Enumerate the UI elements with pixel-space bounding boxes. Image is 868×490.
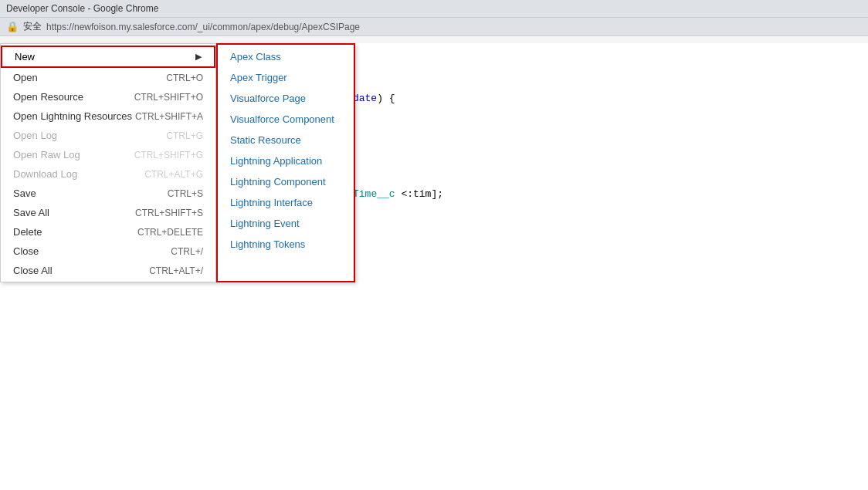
new-static-resource[interactable]: Static Resource [218,130,354,150]
menu-item-download-log-shortcut: CTRL+ALT+G [144,169,203,180]
menu-item-open-raw-log[interactable]: Open Raw Log CTRL+SHIFT+G [1,145,215,164]
menu-item-download-log[interactable]: Download Log CTRL+ALT+G [1,164,215,184]
menu-item-delete-label: Delete [13,226,42,238]
menu-item-open-resource[interactable]: Open Resource CTRL+SHIFT+O [1,87,215,106]
lock-icon: 🔒 [6,21,19,32]
menu-item-open-log-label: Open Log [13,130,57,141]
menu-item-save-label: Save [13,188,36,199]
menu-item-open-resource-label: Open Resource [13,91,83,103]
menu-item-open-raw-log-label: Open Raw Log [13,149,80,161]
new-lightning-tokens[interactable]: Lightning Tokens [218,234,354,255]
menu-item-new-label: New [15,51,35,63]
menu-item-save-all-shortcut: CTRL+SHIFT+S [135,208,203,218]
new-lightning-event[interactable]: Lightning Event [218,213,354,234]
menu-item-close-all-label: Close All [13,265,53,276]
new-visualforce-component[interactable]: Visualforce Component [218,109,354,130]
menu-item-save-all[interactable]: Save All CTRL+SHIFT+S [1,203,215,222]
menu-item-close-all[interactable]: Close All CTRL+ALT+/ [1,261,215,280]
submenu-arrow-icon: ▶ [195,52,202,62]
menu-item-open-label: Open [13,72,38,83]
dropdown-overlay: New ▶ Open CTRL+O Open Resource CTRL+SHI… [0,43,355,282]
menu-item-open-lightning-label: Open Lightning Resources [13,110,132,122]
new-apex-class[interactable]: Apex Class [218,46,354,67]
url-text: https://newfoison.my.salesforce.com/_ui/… [46,22,360,32]
menu-item-close-all-shortcut: CTRL+ALT+/ [149,265,203,276]
url-bar[interactable]: https://newfoison.my.salesforce.com/_ui/… [46,21,360,32]
menu-item-open-log[interactable]: Open Log CTRL+G [1,126,215,145]
menu-item-open[interactable]: Open CTRL+O [1,68,215,87]
menu-item-open-lightning[interactable]: Open Lightning Resources CTRL+SHIFT+A [1,106,215,126]
new-lightning-component[interactable]: Lightning Component [218,171,354,192]
menu-item-close[interactable]: Close CTRL+/ [1,242,215,261]
menu-item-save-shortcut: CTRL+S [168,188,203,199]
menu-item-download-log-label: Download Log [13,168,77,180]
new-submenu: Apex Class Apex Trigger Visualforce Page… [216,43,355,282]
new-apex-trigger[interactable]: Apex Trigger [218,67,354,88]
browser-titlebar: Developer Console - Google Chrome [0,0,868,18]
new-lightning-application[interactable]: Lightning Application [218,150,354,171]
security-label: 安全 [23,20,42,33]
new-visualforce-page[interactable]: Visualforce Page [218,88,354,109]
menu-item-open-resource-shortcut: CTRL+SHIFT+O [134,92,203,103]
browser-title: Developer Console - Google Chrome [6,3,158,14]
menu-item-open-raw-log-shortcut: CTRL+SHIFT+G [134,150,203,161]
menu-item-save-all-label: Save All [13,207,49,218]
menu-item-open-log-shortcut: CTRL+G [166,130,203,141]
menu-item-close-shortcut: CTRL+/ [171,246,203,257]
menu-item-delete[interactable]: Delete CTRL+DELETE [1,222,215,242]
menu-item-new[interactable]: New ▶ [1,46,215,68]
menu-item-save[interactable]: Save CTRL+S [1,184,215,203]
file-dropdown: New ▶ Open CTRL+O Open Resource CTRL+SHI… [0,43,216,282]
menu-item-delete-shortcut: CTRL+DELETE [137,227,203,238]
menu-item-close-label: Close [13,245,39,257]
new-lightning-interface[interactable]: Lightning Interface [218,192,354,213]
menu-item-open-shortcut: CTRL+O [166,73,203,83]
menu-item-open-lightning-shortcut: CTRL+SHIFT+A [135,111,203,122]
